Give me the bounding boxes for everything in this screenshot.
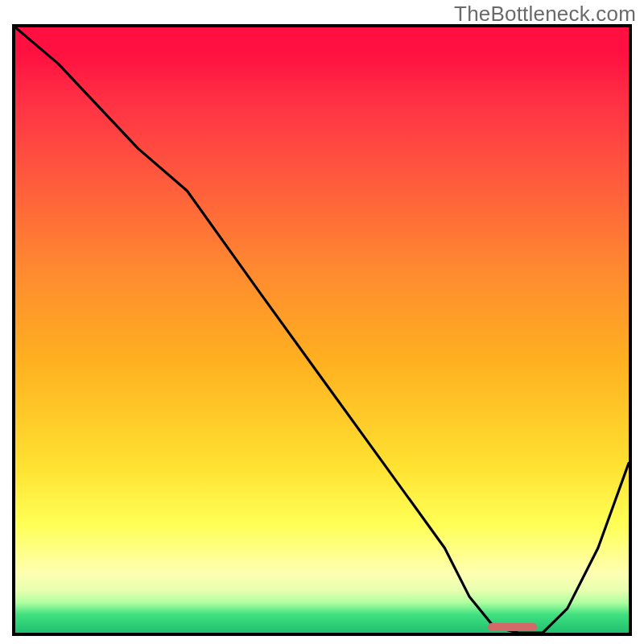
plot-area bbox=[12, 24, 632, 636]
bottleneck-curve-path bbox=[15, 27, 629, 633]
watermark-text: TheBottleneck.com bbox=[454, 2, 636, 27]
curve-svg bbox=[15, 27, 629, 633]
optimum-marker bbox=[488, 623, 537, 631]
chart-container: TheBottleneck.com bbox=[0, 0, 644, 644]
